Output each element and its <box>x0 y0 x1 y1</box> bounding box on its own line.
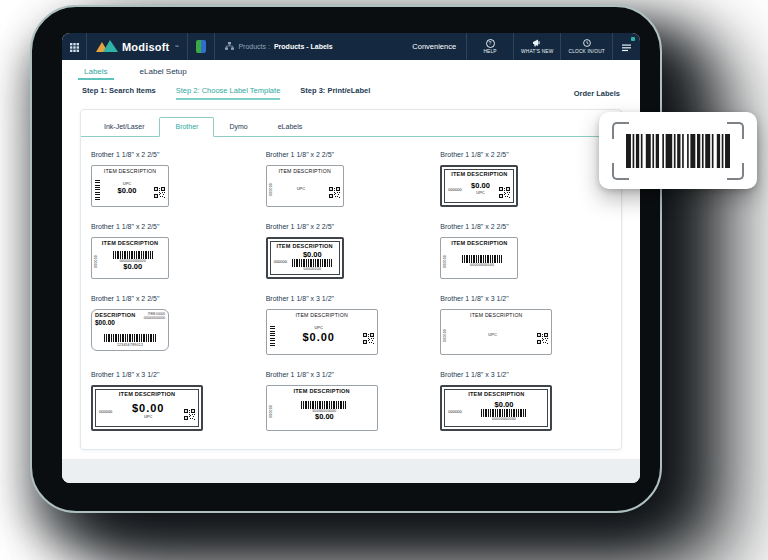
brand-name: Modisoft <box>122 41 169 53</box>
label-size-caption: Brother 1 1/8" x 2 2/5" <box>440 151 508 158</box>
upc-label: UPC <box>144 415 152 420</box>
clock-icon <box>583 39 591 47</box>
label-preview: ITEM DESCRIPTION000000$0.0000000000000 <box>440 385 552 431</box>
side-code: 000000 <box>99 409 112 414</box>
brand-trademark: ™ <box>174 44 178 49</box>
notification-badge <box>631 37 635 41</box>
step-3-print-elabel[interactable]: Step 3: Print/eLabel <box>300 86 370 100</box>
label-templates-card: Ink-Jet/Laser Brother Dymo eLabels Broth… <box>80 109 622 450</box>
tab-elabels[interactable]: eLabels <box>263 118 318 136</box>
label-option[interactable]: Brother 1 1/8" x 3 1/2"ITEM DESCRIPTION0… <box>266 365 441 433</box>
qr-code-icon <box>329 184 340 195</box>
label-header: DESCRIPTION$00.00ITEM 00000000000000000 <box>95 312 165 326</box>
label-size-caption: Brother 1 1/8" x 3 1/2" <box>266 371 334 378</box>
label-preview: ITEM DESCRIPTION00000000000000000 <box>440 237 518 279</box>
label-size-caption: Brother 1 1/8" x 2 2/5" <box>440 223 508 230</box>
label-preview: DESCRIPTION$00.00ITEM 000000000000000001… <box>91 309 169 351</box>
grid-menu-icon <box>70 38 79 56</box>
breadcrumb: Products : Products - Labels <box>215 33 342 60</box>
tab-dymo[interactable]: Dymo <box>214 118 262 136</box>
label-option[interactable]: Brother 1 1/8" x 2 2/5"ITEM DESCRIPTION0… <box>440 217 615 281</box>
steps-row: Step 1: Search Items Step 2: Choose Labe… <box>62 80 640 107</box>
barcode-icon <box>626 134 730 168</box>
label-option[interactable]: Brother 1 1/8" x 2 2/5"ITEM DESCRIPTION0… <box>266 217 441 281</box>
barcode-digits: 123456789012 <box>117 343 143 347</box>
app-screen: Modisoft™ Products : Products - Labels C… <box>62 33 640 483</box>
item-code: 000000000000 <box>144 316 165 320</box>
page-tabs: Labels eLabel Setup <box>62 60 640 80</box>
barcode-icon <box>462 255 502 263</box>
barcode-icon <box>292 259 332 267</box>
scan-corner-icon <box>612 163 629 180</box>
qr-code-icon <box>537 330 548 341</box>
barcode-icon <box>104 334 156 342</box>
help-button[interactable]: ? HELP <box>466 33 513 60</box>
label-size-caption: Brother 1 1/8" x 3 1/2" <box>91 371 159 378</box>
vertical-barcode-icon <box>95 178 100 200</box>
label-size-caption: Brother 1 1/8" x 2 2/5" <box>91 295 159 302</box>
top-navbar: Modisoft™ Products : Products - Labels C… <box>62 33 640 60</box>
notifications-menu-button[interactable] <box>612 33 640 60</box>
tab-ink-jet-laser[interactable]: Ink-Jet/Laser <box>89 118 159 136</box>
upc-label: UPC <box>297 187 305 192</box>
label-size-caption: Brother 1 1/8" x 3 1/2" <box>440 295 508 302</box>
label-option[interactable]: Brother 1 1/8" x 3 1/2"ITEM DESCRIPTIONU… <box>266 289 441 357</box>
label-center: $0.00UPC <box>114 402 182 419</box>
store-selector[interactable]: Convenience <box>402 33 466 60</box>
megaphone-icon <box>533 39 542 47</box>
step-1-search-items[interactable]: Step 1: Search Items <box>82 86 156 100</box>
breadcrumb-current: Products - Labels <box>274 43 333 50</box>
whats-new-label: WHAT'S NEW <box>521 49 553 54</box>
label-preview-inner: ITEM DESCRIPTION000000$0.0000000000000 <box>444 389 548 427</box>
label-size-caption: Brother 1 1/8" x 2 2/5" <box>266 223 334 230</box>
order-labels-button[interactable]: Order Labels <box>574 89 620 98</box>
barcode-digits: 00000000000 <box>470 263 494 267</box>
upc-label: UPC <box>476 191 484 196</box>
store-app-button[interactable] <box>188 33 215 60</box>
whats-new-button[interactable]: WHAT'S NEW <box>513 33 560 60</box>
tablet-device-frame: Modisoft™ Products : Products - Labels C… <box>30 5 662 513</box>
vertical-barcode-icon <box>270 324 275 346</box>
label-barcode-area: 123456789012 <box>95 326 165 348</box>
label-size-caption: Brother 1 1/8" x 2 2/5" <box>91 223 159 230</box>
apps-menu-button[interactable] <box>62 33 87 60</box>
tab-labels[interactable]: Labels <box>82 67 110 80</box>
screen-footer <box>62 459 640 483</box>
label-preview: ITEM DESCRIPTIONUPC$0.00 <box>91 165 169 207</box>
label-option[interactable]: Brother 1 1/8" x 3 1/2"ITEM DESCRIPTION0… <box>440 289 615 357</box>
label-preview: ITEM DESCRIPTIONUPC$0.00 <box>266 309 378 355</box>
upc-label: UPC <box>488 333 496 338</box>
side-code: 000000 <box>270 405 274 418</box>
step-2-choose-label-template[interactable]: Step 2: Choose Label Template <box>176 86 281 100</box>
label-size-caption: Brother 1 1/8" x 3 1/2" <box>266 295 334 302</box>
label-grid: Brother 1 1/8" x 2 2/5"ITEM DESCRIPTIONU… <box>81 137 621 449</box>
label-option[interactable]: Brother 1 1/8" x 2 2/5"ITEM DESCRIPTIONU… <box>91 145 266 209</box>
scan-corner-icon <box>727 122 744 139</box>
label-option[interactable]: Brother 1 1/8" x 3 1/2"ITEM DESCRIPTION0… <box>91 365 266 433</box>
label-body: UPC$0.00 <box>270 318 374 352</box>
label-option[interactable]: Brother 1 1/8" x 2 2/5"ITEM DESCRIPTION0… <box>91 217 266 281</box>
label-option[interactable]: Brother 1 1/8" x 2 2/5"ITEM DESCRIPTION0… <box>440 145 615 209</box>
modisoft-logo-icon <box>96 38 118 56</box>
label-body: UPC$0.00 <box>95 174 165 204</box>
label-body: 000000$0.00UPC <box>99 397 195 425</box>
label-preview: ITEM DESCRIPTION000000$0.00UPC <box>440 165 518 207</box>
clock-in-out-button[interactable]: CLOCK IN/OUT <box>560 33 612 60</box>
barcode-digits: 00000000 <box>304 267 322 271</box>
tab-elabel-setup[interactable]: eLabel Setup <box>138 67 189 80</box>
brand-logo[interactable]: Modisoft™ <box>87 33 188 60</box>
label-preview: ITEM DESCRIPTION000000$0.0000000000 <box>266 237 344 279</box>
label-option[interactable]: Brother 1 1/8" x 2 2/5"DESCRIPTION$00.00… <box>91 289 266 357</box>
label-preview-inner: ITEM DESCRIPTION000000$0.0000000000 <box>270 241 340 275</box>
barcode-scan-card <box>599 112 757 189</box>
side-code: 000000 <box>444 255 448 268</box>
qr-code-icon <box>363 330 374 341</box>
side-code: 000000 <box>448 187 461 192</box>
side-code: 000000 <box>444 329 448 342</box>
label-center: UPC$0.00 <box>102 182 152 195</box>
label-option[interactable]: Brother 1 1/8" x 3 1/2"ITEM DESCRIPTION0… <box>440 365 615 433</box>
tab-brother[interactable]: Brother <box>159 117 214 137</box>
help-icon: ? <box>486 39 495 47</box>
label-option[interactable]: Brother 1 1/8" x 2 2/5"ITEM DESCRIPTION0… <box>266 145 441 209</box>
label-center: $0.00UPC <box>464 182 498 195</box>
